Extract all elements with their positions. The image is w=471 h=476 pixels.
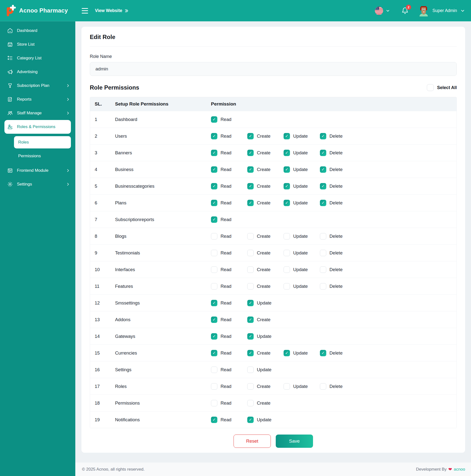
permission-checkbox-update[interactable] xyxy=(247,417,254,423)
permission-item: Read xyxy=(211,200,247,206)
permission-label: Read xyxy=(220,367,231,373)
permission-checkbox-read[interactable] xyxy=(211,216,217,223)
permission-checkbox-create[interactable] xyxy=(247,166,254,173)
permission-checkbox-create[interactable] xyxy=(247,200,254,206)
permission-checkbox-read[interactable] xyxy=(211,317,217,323)
permission-checkbox-read[interactable] xyxy=(211,383,217,390)
copyright-text: © 2025 Acnoo, all rights reserved. xyxy=(82,467,145,472)
table-row: 14 Gateways ReadUpdate xyxy=(90,328,456,344)
permission-item: Delete xyxy=(320,183,356,189)
chevron-right-icon xyxy=(66,169,70,172)
permission-item: Update xyxy=(284,200,320,206)
sidebar-item-staff-manage[interactable]: Staff Manage xyxy=(0,106,75,120)
permission-checkbox-read[interactable] xyxy=(211,267,217,273)
sidebar-subitem-permissions[interactable]: Permissions xyxy=(14,150,71,162)
sidebar-item-frontend-module[interactable]: Frontend Module xyxy=(0,164,75,177)
permission-checkbox-read[interactable] xyxy=(211,166,217,173)
permission-checkbox-delete[interactable] xyxy=(320,267,326,273)
notifications-button[interactable]: 2 xyxy=(401,7,409,15)
permission-checkbox-delete[interactable] xyxy=(320,233,326,239)
permission-checkbox-update[interactable] xyxy=(284,383,290,390)
sidebar-item-dashboard[interactable]: Dashboard xyxy=(0,24,75,37)
permission-checkbox-update[interactable] xyxy=(284,283,290,289)
permission-checkbox-read[interactable] xyxy=(211,350,217,356)
permission-checkbox-delete[interactable] xyxy=(320,383,326,390)
permission-checkbox-read[interactable] xyxy=(211,133,217,139)
permission-checkbox-delete[interactable] xyxy=(320,350,326,356)
permission-item: Read xyxy=(211,383,247,390)
permission-checkbox-read[interactable] xyxy=(211,250,217,256)
permission-checkbox-read[interactable] xyxy=(211,333,217,340)
permission-checkbox-read[interactable] xyxy=(211,283,217,289)
permission-checkbox-update[interactable] xyxy=(284,200,290,206)
permission-checkbox-create[interactable] xyxy=(247,150,254,156)
permission-checkbox-update[interactable] xyxy=(284,250,290,256)
permission-checkbox-update[interactable] xyxy=(284,183,290,189)
sidebar-item-settings[interactable]: Settings xyxy=(0,177,75,191)
permission-checkbox-delete[interactable] xyxy=(320,183,326,189)
save-button[interactable]: Save xyxy=(276,435,313,448)
dev-prefix: Development By xyxy=(416,467,447,472)
view-website-link[interactable]: View Website xyxy=(95,8,129,13)
permission-checkbox-create[interactable] xyxy=(247,350,254,356)
permission-checkbox-update[interactable] xyxy=(284,133,290,139)
sidebar-item-label: Roles & Permissions xyxy=(17,124,67,129)
permission-item: Delete xyxy=(320,350,356,356)
permission-checkbox-update[interactable] xyxy=(284,150,290,156)
row-module-name: Dashboard xyxy=(115,117,211,122)
permission-checkbox-update[interactable] xyxy=(284,350,290,356)
permission-checkbox-update[interactable] xyxy=(247,300,254,306)
permission-checkbox-delete[interactable] xyxy=(320,283,326,289)
permission-checkbox-delete[interactable] xyxy=(320,250,326,256)
permission-checkbox-read[interactable] xyxy=(211,367,217,373)
permission-checkbox-create[interactable] xyxy=(247,383,254,390)
sidebar-item-store-list[interactable]: Store List xyxy=(0,37,75,51)
permission-checkbox-delete[interactable] xyxy=(320,166,326,173)
permission-checkbox-read[interactable] xyxy=(211,150,217,156)
language-selector[interactable] xyxy=(375,7,390,15)
permission-label: Update xyxy=(293,184,308,189)
sidebar-item-reports[interactable]: Reports xyxy=(0,92,75,106)
permission-checkbox-read[interactable] xyxy=(211,300,217,306)
permission-item: Read xyxy=(211,333,247,340)
permission-checkbox-create[interactable] xyxy=(247,267,254,273)
permission-checkbox-update[interactable] xyxy=(284,166,290,173)
double-chevron-right-icon xyxy=(124,9,129,13)
sidebar-item-category-list[interactable]: Category List xyxy=(0,51,75,65)
permission-checkbox-create[interactable] xyxy=(247,133,254,139)
sidebar-item-roles-permissions[interactable]: Roles & Permissions xyxy=(4,120,71,134)
hamburger-menu-icon[interactable] xyxy=(81,8,89,14)
permission-checkbox-delete[interactable] xyxy=(320,133,326,139)
brand-logo[interactable]: Acnoo Pharmacy xyxy=(0,0,75,21)
permission-checkbox-read[interactable] xyxy=(211,200,217,206)
role-name-input[interactable] xyxy=(90,62,457,76)
permission-label: Update xyxy=(257,300,271,306)
permission-checkbox-create[interactable] xyxy=(247,183,254,189)
permission-checkbox-update[interactable] xyxy=(284,233,290,239)
permission-checkbox-read[interactable] xyxy=(211,233,217,239)
permission-checkbox-create[interactable] xyxy=(247,250,254,256)
permission-label: Delete xyxy=(329,150,342,155)
permission-checkbox-update[interactable] xyxy=(247,333,254,340)
permission-checkbox-read[interactable] xyxy=(211,417,217,423)
permission-item: Read xyxy=(211,267,247,273)
permission-checkbox-read[interactable] xyxy=(211,183,217,189)
permission-checkbox-update[interactable] xyxy=(284,267,290,273)
permission-item: Update xyxy=(284,283,320,289)
permission-checkbox-read[interactable] xyxy=(211,116,217,123)
sidebar-item-advertising[interactable]: Advertising xyxy=(0,65,75,79)
permission-checkbox-create[interactable] xyxy=(247,283,254,289)
user-menu[interactable]: Super Admin xyxy=(418,5,465,17)
acnoo-link[interactable]: acnoo xyxy=(454,467,465,472)
permission-checkbox-read[interactable] xyxy=(211,400,217,406)
reset-button[interactable]: Reset xyxy=(234,435,271,448)
permission-checkbox-delete[interactable] xyxy=(320,150,326,156)
sidebar-subitem-roles[interactable]: Roles xyxy=(14,136,71,149)
sidebar-item-subscription-plan[interactable]: Subscription Plan xyxy=(0,79,75,92)
permission-checkbox-create[interactable] xyxy=(247,400,254,406)
permission-checkbox-delete[interactable] xyxy=(320,200,326,206)
permission-checkbox-create[interactable] xyxy=(247,317,254,323)
permission-checkbox-create[interactable] xyxy=(247,233,254,239)
permission-checkbox-update[interactable] xyxy=(247,367,254,373)
select-all-checkbox[interactable] xyxy=(427,84,434,91)
